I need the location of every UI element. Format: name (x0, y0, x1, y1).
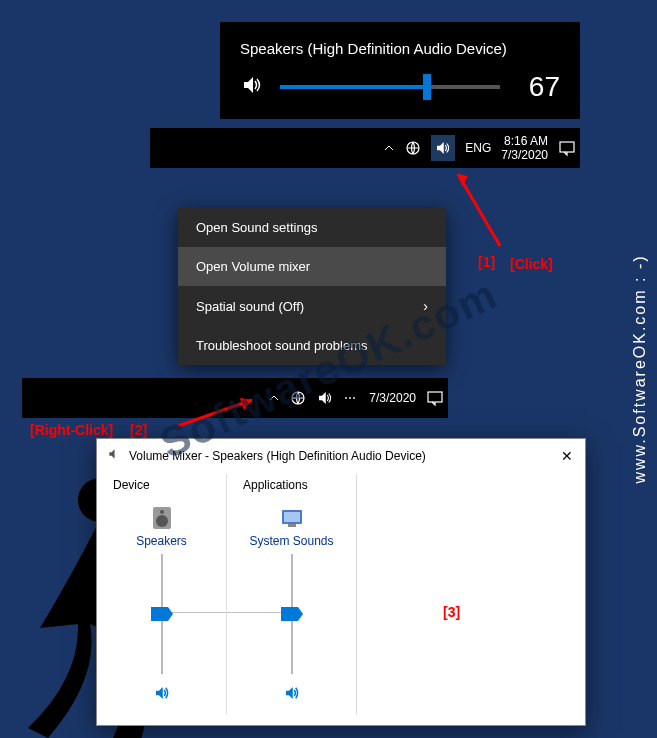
menu-item-label: Open Volume mixer (196, 259, 310, 274)
language-indicator[interactable]: ENG (465, 141, 491, 155)
titlebar: Volume Mixer - Speakers (High Definition… (97, 439, 585, 472)
device-volume-slider[interactable] (148, 554, 176, 674)
close-button[interactable]: ✕ (561, 448, 573, 464)
annotation-1-number: [1] (478, 254, 495, 270)
network-icon[interactable] (405, 140, 421, 156)
speaker-device-icon[interactable] (148, 504, 176, 532)
action-center-icon[interactable] (558, 139, 576, 157)
tray-overflow-icon[interactable] (268, 392, 280, 404)
menu-item-label: Troubleshoot sound problems (196, 338, 368, 353)
tray-overflow-icon[interactable] (383, 142, 395, 154)
svg-rect-9 (284, 512, 300, 522)
system-sounds-icon[interactable] (278, 504, 306, 532)
app-name[interactable]: System Sounds (227, 534, 356, 548)
context-menu: Open Sound settings Open Volume mixer Sp… (178, 208, 446, 365)
menu-open-volume-mixer[interactable]: Open Volume mixer (178, 247, 446, 286)
applications-section-label: Applications (227, 474, 356, 498)
speaker-icon[interactable] (240, 73, 264, 101)
taskbar-time: 8:16 AM (504, 134, 548, 148)
taskbar-clock[interactable]: 8:16 AM 7/3/2020 (501, 134, 548, 163)
svg-rect-4 (428, 392, 442, 402)
volume-flyout: Speakers (High Definition Audio Device) … (220, 22, 580, 119)
taskbar-date[interactable]: 7/3/2020 (369, 391, 416, 405)
volume-tray-icon[interactable] (316, 389, 334, 407)
menu-item-label: Open Sound settings (196, 220, 317, 235)
svg-point-6 (156, 515, 168, 527)
device-section-label: Device (97, 474, 226, 498)
svg-rect-2 (560, 142, 574, 152)
volume-mixer-window: Volume Mixer - Speakers (High Definition… (96, 438, 586, 726)
menu-item-label: Spatial sound (Off) (196, 299, 304, 314)
volume-value: 67 (516, 71, 560, 103)
annotation-2-number: [2] (130, 422, 147, 438)
window-title: Volume Mixer - Speakers (High Definition… (129, 449, 426, 463)
arrow-2 (170, 394, 270, 438)
device-name[interactable]: Speakers (97, 534, 226, 548)
volume-device-name: Speakers (High Definition Audio Device) (240, 40, 560, 57)
svg-rect-10 (288, 524, 296, 527)
annotation-2-label: [Right-Click] (30, 422, 113, 438)
taskbar-date: 7/3/2020 (501, 148, 548, 162)
action-center-icon[interactable] (426, 389, 444, 407)
language-indicator-partial[interactable]: ⋯ (344, 391, 359, 405)
arrow-1 (450, 166, 510, 260)
taskbar-primary: ENG 8:16 AM 7/3/2020 (150, 128, 580, 168)
menu-spatial-sound[interactable]: Spatial sound (Off) › (178, 286, 446, 326)
annotation-1-label: [Click] (510, 256, 553, 272)
app-volume-slider[interactable] (278, 554, 306, 674)
menu-open-sound-settings[interactable]: Open Sound settings (178, 208, 446, 247)
volume-slider[interactable] (280, 85, 500, 89)
svg-point-7 (160, 510, 164, 514)
volume-tray-icon[interactable] (431, 135, 455, 161)
app-mute-button[interactable] (227, 684, 356, 706)
annotation-3-number: [3] (443, 604, 460, 620)
speaker-small-icon (107, 447, 121, 464)
menu-troubleshoot[interactable]: Troubleshoot sound problems (178, 326, 446, 365)
network-icon[interactable] (290, 390, 306, 406)
device-mute-button[interactable] (97, 684, 226, 706)
watermark-side: www.SoftwareOK.com : -) (631, 254, 649, 483)
chevron-right-icon: › (423, 298, 428, 314)
